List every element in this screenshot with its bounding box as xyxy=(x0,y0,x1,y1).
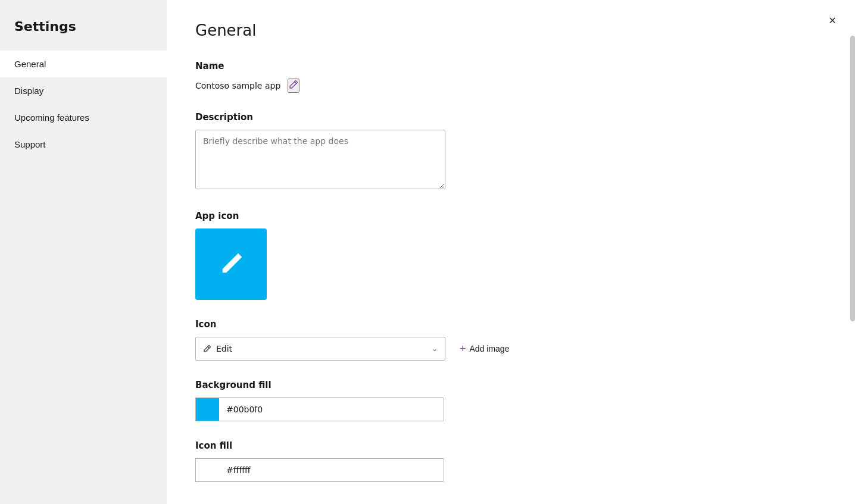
pencil-icon xyxy=(203,345,211,353)
icon-dropdown[interactable]: Edit ⌄ xyxy=(195,337,445,361)
scrollbar-thumb[interactable] xyxy=(850,36,855,321)
scrollbar-track xyxy=(850,0,855,504)
name-edit-button[interactable] xyxy=(288,79,299,93)
sidebar-item-display[interactable]: Display xyxy=(0,77,167,104)
icon-fill-row xyxy=(195,458,826,482)
background-fill-input[interactable] xyxy=(219,397,444,421)
icon-label: Icon xyxy=(195,319,826,330)
name-label: Name xyxy=(195,61,826,71)
icon-row: Edit ⌄ + Add image xyxy=(195,337,826,361)
background-fill-label: Background fill xyxy=(195,380,826,390)
app-icon-box[interactable] xyxy=(195,228,267,300)
sidebar-item-support[interactable]: Support xyxy=(0,131,167,158)
name-row: Contoso sample app xyxy=(195,79,826,93)
name-value: Contoso sample app xyxy=(195,81,280,90)
main-inner: General Name Contoso sample app Descript… xyxy=(167,0,855,504)
icon-section: Icon Edit ⌄ + Add image xyxy=(195,319,826,361)
background-fill-row xyxy=(195,397,826,421)
icon-fill-label: Icon fill xyxy=(195,440,826,451)
background-fill-section: Background fill xyxy=(195,380,826,421)
close-button[interactable]: × xyxy=(824,10,841,31)
description-section: Description xyxy=(195,112,826,192)
icon-fill-swatch[interactable] xyxy=(195,458,219,482)
sidebar-nav: General Display Upcoming features Suppor… xyxy=(0,51,167,158)
sidebar-item-upcoming-features[interactable]: Upcoming features xyxy=(0,104,167,131)
sidebar-title: Settings xyxy=(0,0,167,51)
background-fill-swatch[interactable] xyxy=(195,397,219,421)
icon-fill-input[interactable] xyxy=(219,458,444,482)
app-icon-label: App icon xyxy=(195,211,826,221)
page-title: General xyxy=(195,21,826,39)
chevron-down-icon: ⌄ xyxy=(432,345,438,353)
main-panel: × General Name Contoso sample app Descri… xyxy=(167,0,855,504)
description-input[interactable] xyxy=(195,130,445,189)
app-icon-section: App icon xyxy=(195,211,826,300)
sidebar: Settings General Display Upcoming featur… xyxy=(0,0,167,504)
icon-fill-section: Icon fill xyxy=(195,440,826,482)
description-label: Description xyxy=(195,112,826,123)
add-image-button[interactable]: + Add image xyxy=(455,339,514,359)
name-section: Name Contoso sample app xyxy=(195,61,826,93)
app-icon-pencil-icon xyxy=(216,249,246,280)
plus-icon: + xyxy=(460,343,466,355)
sidebar-item-general[interactable]: General xyxy=(0,51,167,77)
